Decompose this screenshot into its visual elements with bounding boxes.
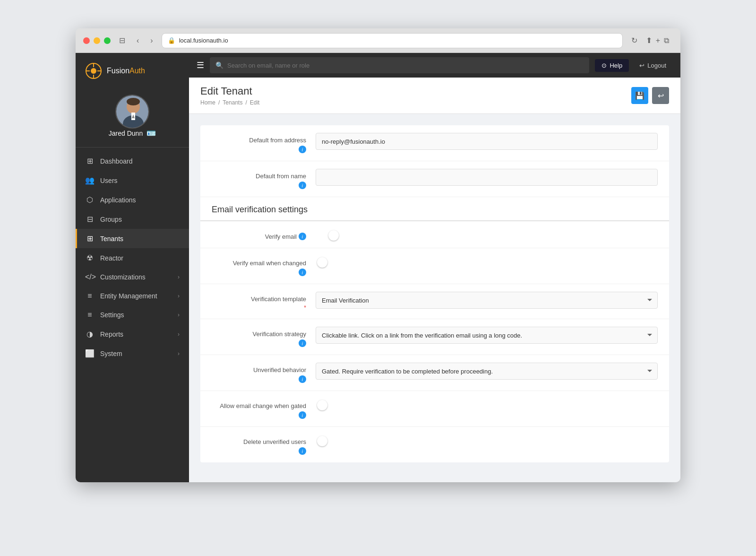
svg-point-1 bbox=[91, 68, 96, 74]
sidebar-item-customizations[interactable]: </> Customizations › bbox=[76, 268, 189, 287]
menu-toggle-button[interactable]: ☰ bbox=[197, 60, 204, 70]
info-icon[interactable]: i bbox=[299, 411, 306, 419]
verify-email-toggle-area bbox=[316, 229, 658, 237]
logo-text: FusionAuth bbox=[107, 67, 145, 75]
dashboard-icon: ⊞ bbox=[85, 156, 94, 165]
unverified-behavior-select[interactable]: Gated. Require verification to be comple… bbox=[316, 363, 658, 380]
maximize-button[interactable] bbox=[104, 37, 111, 44]
info-icon[interactable]: i bbox=[299, 233, 306, 240]
form-row-delete-unverified-users: Delete unverified users i bbox=[200, 427, 669, 462]
verification-template-select[interactable]: Email Verification bbox=[316, 292, 658, 309]
avatar-image bbox=[116, 96, 149, 129]
main-area: ☰ 🔍 ⊙ Help ↩ Logout bbox=[189, 53, 680, 482]
form-section: Default from address i Default from name bbox=[200, 125, 669, 462]
sidebar-item-groups[interactable]: ⊟ Groups bbox=[76, 209, 189, 229]
user-profile: Jared Dunn 🪪 bbox=[76, 87, 189, 148]
sidebar-item-dashboard[interactable]: ⊞ Dashboard bbox=[76, 151, 189, 171]
chevron-right-icon: › bbox=[178, 293, 180, 299]
back-nav-button[interactable]: ‹ bbox=[134, 35, 142, 47]
logo[interactable]: FusionAuth bbox=[76, 53, 189, 87]
unverified-behavior-label: Unverified behavior i bbox=[212, 363, 306, 383]
default-from-address-input[interactable] bbox=[316, 133, 658, 150]
form-row-verification-template: Verification template * Email Verificati… bbox=[200, 284, 669, 319]
logout-button[interactable]: ↩ Logout bbox=[633, 59, 673, 72]
url-text[interactable]: local.fusionauth.io bbox=[179, 37, 228, 44]
share-button[interactable]: ⬆ bbox=[646, 36, 652, 45]
sidebar-item-label: Tenants bbox=[100, 235, 123, 243]
reports-icon: ◑ bbox=[85, 330, 94, 339]
sidebar-item-label: Reports bbox=[100, 330, 123, 338]
browser-titlebar: ⊟ ‹ › 🔒 local.fusionauth.io ↻ ⬆ + ⧉ bbox=[76, 28, 680, 53]
fusionauth-logo-icon bbox=[85, 62, 102, 79]
logout-icon: ↩ bbox=[639, 62, 644, 69]
new-tab-button[interactable]: + bbox=[656, 36, 660, 45]
verification-strategy-select[interactable]: Clickable link. Click on a link from the… bbox=[316, 327, 658, 344]
page-title-area: Edit Tenant Home / Tenants / Edit bbox=[200, 85, 259, 106]
sidebar-item-label: Groups bbox=[100, 216, 122, 223]
info-icon[interactable]: i bbox=[299, 146, 306, 153]
user-name: Jared Dunn bbox=[109, 130, 143, 137]
save-button[interactable]: 💾 bbox=[631, 87, 648, 104]
sidebar-item-label: Dashboard bbox=[100, 157, 133, 165]
help-button[interactable]: ⊙ Help bbox=[595, 59, 629, 72]
applications-icon: ⬡ bbox=[85, 195, 94, 204]
sidebar-item-applications[interactable]: ⬡ Applications bbox=[76, 190, 189, 209]
app-layout: FusionAuth bbox=[76, 53, 680, 482]
info-icon[interactable]: i bbox=[299, 269, 306, 276]
sidebar-item-reports[interactable]: ◑ Reports › bbox=[76, 324, 189, 344]
verification-template-select-area: Email Verification bbox=[316, 292, 658, 309]
default-from-address-field bbox=[316, 133, 658, 150]
sidebar-item-settings[interactable]: ≡ Settings › bbox=[76, 305, 189, 324]
tab-overview-button[interactable]: ⧉ bbox=[664, 36, 669, 45]
search-input[interactable] bbox=[227, 62, 584, 69]
info-icon[interactable]: i bbox=[299, 375, 306, 383]
reactor-icon: ☢ bbox=[85, 253, 94, 262]
customizations-icon: </> bbox=[85, 273, 94, 281]
sidebar-navigation: ⊞ Dashboard 👥 Users ⬡ Applications ⊟ Gro… bbox=[76, 148, 189, 482]
sidebar-item-system[interactable]: ⬜ System › bbox=[76, 344, 189, 363]
entity-management-icon: ≡ bbox=[85, 292, 94, 300]
unverified-behavior-select-area: Gated. Require verification to be comple… bbox=[316, 363, 658, 380]
avatar[interactable] bbox=[115, 95, 149, 129]
info-icon[interactable]: i bbox=[299, 339, 306, 347]
sidebar-item-label: Entity Management bbox=[100, 292, 157, 300]
sidebar-item-label: Reactor bbox=[100, 254, 123, 262]
address-bar: 🔒 local.fusionauth.io bbox=[162, 33, 623, 48]
search-box: 🔍 bbox=[210, 57, 589, 73]
form-container: Default from address i Default from name bbox=[189, 114, 680, 482]
sidebar-item-tenants[interactable]: ⊞ Tenants bbox=[76, 229, 189, 248]
page-header: Edit Tenant Home / Tenants / Edit 💾 ↩ bbox=[189, 78, 680, 114]
breadcrumb-home[interactable]: Home bbox=[200, 99, 215, 106]
minimize-button[interactable] bbox=[94, 37, 100, 44]
sidebar-item-reactor[interactable]: ☢ Reactor bbox=[76, 248, 189, 268]
sidebar-item-entity-management[interactable]: ≡ Entity Management › bbox=[76, 287, 189, 305]
page-content: Edit Tenant Home / Tenants / Edit 💾 ↩ bbox=[189, 78, 680, 482]
form-row-verify-email-when-changed: Verify email when changed i bbox=[200, 248, 669, 284]
verification-strategy-select-area: Clickable link. Click on a link from the… bbox=[316, 327, 658, 344]
back-button[interactable]: ↩ bbox=[652, 87, 669, 104]
form-row-verification-strategy: Verification strategy i Clickable link. … bbox=[200, 319, 669, 355]
lock-icon: 🔒 bbox=[168, 37, 175, 44]
close-button[interactable] bbox=[83, 37, 90, 44]
forward-nav-button[interactable]: › bbox=[147, 35, 155, 47]
sidebar: FusionAuth bbox=[76, 53, 189, 482]
info-icon[interactable]: i bbox=[299, 182, 306, 189]
chevron-right-icon: › bbox=[178, 350, 180, 357]
breadcrumb: Home / Tenants / Edit bbox=[200, 99, 259, 106]
sidebar-item-label: Settings bbox=[100, 311, 124, 319]
delete-unverified-users-label: Delete unverified users i bbox=[212, 434, 306, 455]
reload-button[interactable]: ↻ bbox=[628, 34, 640, 47]
breadcrumb-tenants[interactable]: Tenants bbox=[223, 99, 242, 106]
info-icon[interactable]: i bbox=[299, 447, 306, 455]
system-icon: ⬜ bbox=[85, 349, 94, 358]
sidebar-toggle-button[interactable]: ⊟ bbox=[116, 34, 128, 47]
chevron-right-icon: › bbox=[178, 274, 180, 280]
page-actions: 💾 ↩ bbox=[631, 87, 669, 104]
sidebar-item-users[interactable]: 👥 Users bbox=[76, 171, 189, 190]
default-from-name-input[interactable] bbox=[316, 169, 658, 186]
form-row-default-from-name: Default from name i bbox=[200, 161, 669, 197]
verify-email-when-changed-label: Verify email when changed i bbox=[212, 256, 306, 276]
page-title: Edit Tenant bbox=[200, 85, 259, 97]
topbar-actions: ⊙ Help ↩ Logout bbox=[595, 59, 673, 72]
verification-strategy-label: Verification strategy i bbox=[212, 327, 306, 347]
